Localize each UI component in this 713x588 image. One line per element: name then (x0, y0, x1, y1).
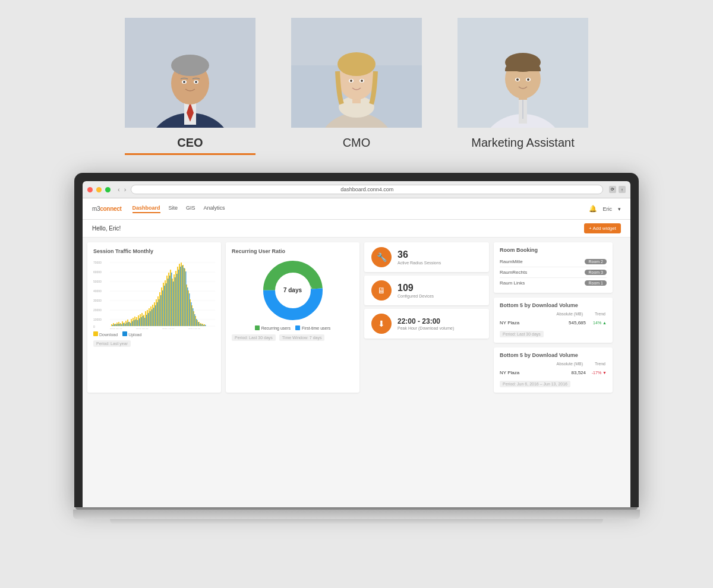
b5-top-row-1: NY Plaza 545,685 14% ▲ (500, 318, 607, 327)
svg-text:0: 0 (93, 325, 95, 328)
svg-rect-132 (166, 283, 167, 326)
radius-label: Active Radius Sessions (397, 261, 441, 265)
person-name-cmo: CMO (343, 136, 371, 150)
svg-rect-113 (132, 321, 133, 326)
logo: m3connect (92, 206, 122, 212)
close-button-icon[interactable] (87, 187, 93, 192)
svg-text:60000: 60000 (93, 270, 102, 274)
svg-rect-114 (134, 320, 135, 326)
reload-icon[interactable]: ⟳ (609, 186, 616, 193)
svg-rect-152 (201, 324, 203, 326)
svg-text:2015-09-13: 2015-09-13 (136, 328, 149, 329)
room-badge-3: Room 1 (585, 280, 607, 286)
svg-rect-123 (150, 311, 151, 326)
peak-hour-label: Peak Hour (Download volume) (397, 326, 454, 330)
svg-rect-117 (139, 318, 140, 326)
greeting-text: Hello, Eric! (92, 225, 121, 232)
add-widget-button[interactable]: + Add widget (584, 223, 621, 233)
person-ceo[interactable]: CEO (125, 18, 255, 155)
nav-link-gis[interactable]: GIS (186, 205, 195, 213)
nav-link-dashboard[interactable]: Dashboard (132, 205, 160, 213)
room-row-2: RaumRechts Room 3 (500, 267, 607, 278)
browser-chrome: ‹ › dashboard.conn4.com ⟳ ↑ (83, 181, 630, 198)
svg-point-21 (361, 80, 363, 82)
session-traffic-widget: Session Traffic Monthly 70000 60000 5000… (87, 242, 221, 393)
greeting-bar: Hello, Eric! + Add widget (83, 220, 630, 238)
room-badge-2: Room 3 (585, 270, 607, 275)
b5-bottom-value-1: 83,524 (556, 370, 586, 375)
svg-rect-102 (112, 325, 113, 326)
svg-rect-130 (162, 290, 163, 326)
stats-column: 🔧 36 Active Radius Sessions 🖥 10 (364, 242, 489, 393)
svg-rect-116 (137, 320, 138, 326)
person-photo-marketing-assistant (458, 18, 588, 128)
room-name-2: RaumRechts (500, 270, 527, 275)
svg-rect-112 (130, 323, 131, 326)
share-icon[interactable]: ↑ (619, 186, 626, 193)
laptop-wrapper: ‹ › dashboard.conn4.com ⟳ ↑ m3connect (0, 173, 713, 525)
svg-point-6 (171, 55, 209, 76)
svg-text:2015-06-13: 2015-06-13 (110, 328, 122, 329)
svg-rect-122 (148, 313, 149, 326)
room-booking-widget: Room Booking RaumMitte Room 2 RaumRechts… (494, 242, 613, 293)
user-name[interactable]: Eric (603, 206, 613, 212)
minimize-button-icon[interactable] (96, 187, 102, 192)
room-name-3: Raum Links (500, 280, 525, 286)
bottom5-top-period: Period: Last 30 days (500, 331, 544, 337)
recurring-window-label: Time Window: 7 days (279, 334, 325, 341)
svg-rect-131 (164, 286, 165, 326)
radius-icon: 🔧 (371, 247, 392, 267)
session-traffic-chart: 70000 60000 50000 40000 30000 20000 1000… (93, 258, 215, 329)
recurring-user-widget: Recurring User Ratio (226, 242, 359, 393)
nav-link-analytics[interactable]: Analytics (204, 205, 225, 213)
peak-hour-icon: ⬇ (371, 314, 392, 334)
svg-rect-127 (157, 302, 158, 326)
laptop: ‹ › dashboard.conn4.com ⟳ ↑ m3connect (74, 173, 639, 525)
svg-point-9 (183, 81, 185, 83)
person-name-ceo: CEO (177, 136, 203, 150)
svg-text:2016-03-15: 2016-03-15 (188, 328, 201, 329)
person-photo-ceo (125, 18, 255, 128)
stat-peak-hour: ⬇ 22:00 - 23:00 Peak Hour (Download volu… (364, 309, 489, 339)
svg-rect-147 (193, 308, 194, 326)
url-bar[interactable]: dashboard.conn4.com (131, 185, 603, 194)
back-arrow-icon[interactable]: ‹ (116, 186, 121, 193)
svg-text:20000: 20000 (93, 308, 102, 312)
svg-text:30000: 30000 (93, 299, 102, 302)
user-menu-icon[interactable]: ▾ (618, 206, 621, 212)
svg-rect-119 (143, 316, 144, 326)
person-underline-ceo (125, 153, 255, 155)
svg-point-32 (527, 78, 529, 81)
bottom5-top-title: Bottom 5 by Download Volume (500, 302, 607, 308)
session-traffic-title: Session Traffic Monthly (93, 248, 215, 254)
person-marketing-assistant[interactable]: Marketing Assistant (458, 18, 588, 150)
b5-bottom-col-trend: Trend (595, 362, 605, 366)
b5-top-trend-1: 14% ▲ (586, 321, 607, 325)
fullscreen-button-icon[interactable] (105, 187, 111, 192)
svg-rect-143 (185, 271, 187, 326)
svg-rect-146 (191, 302, 192, 326)
svg-rect-136 (173, 282, 174, 326)
bottom5-bottom-title: Bottom 5 by Download Volume (500, 352, 607, 358)
devices-number: 109 (397, 283, 434, 293)
room-badge-1: Room 2 (585, 259, 607, 264)
svg-rect-138 (176, 274, 178, 326)
laptop-base (73, 510, 640, 519)
b5-bottom-name-1: NY Plaza (500, 370, 556, 375)
svg-point-10 (195, 81, 197, 83)
svg-rect-141 (182, 265, 183, 326)
nav-link-site[interactable]: Site (169, 205, 178, 213)
svg-point-20 (350, 80, 352, 82)
bottom5-top-widget: Bottom 5 by Download Volume Absolute (MB… (494, 298, 613, 343)
svg-rect-139 (178, 270, 179, 326)
person-cmo[interactable]: CMO (291, 18, 422, 150)
notification-bell-icon[interactable]: 🔔 (589, 205, 597, 213)
peak-hour-number: 22:00 - 23:00 (397, 318, 454, 325)
svg-rect-108 (123, 323, 124, 326)
svg-rect-106 (119, 324, 121, 326)
svg-rect-120 (144, 318, 146, 326)
browser-nav: ‹ › (116, 186, 127, 193)
svg-rect-105 (118, 324, 119, 326)
svg-text:2015-12-14: 2015-12-14 (162, 328, 175, 329)
forward-arrow-icon[interactable]: › (123, 186, 128, 193)
